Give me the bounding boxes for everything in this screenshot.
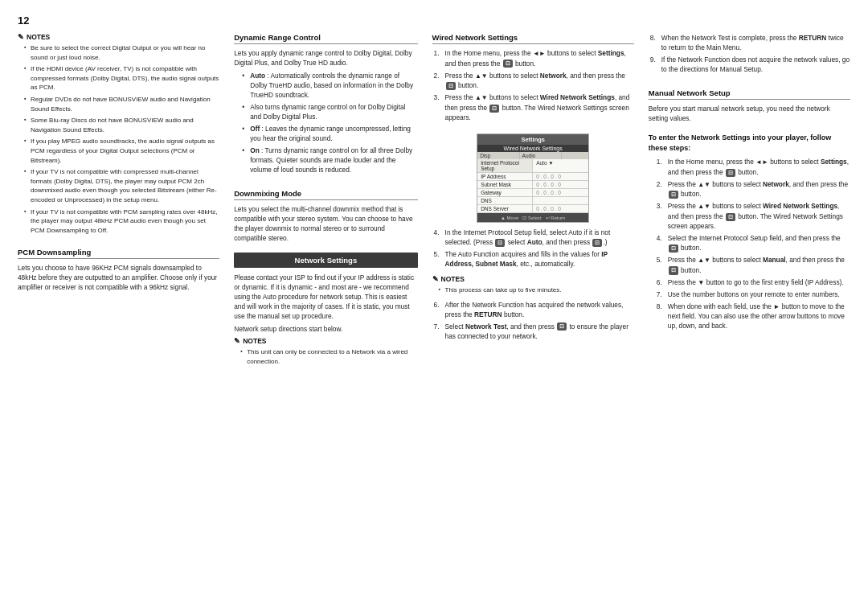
note-item: Be sure to select the correct Digital Ou…: [24, 43, 219, 62]
manual-step-6: Press the ▼ button to go to the first en…: [657, 277, 850, 287]
notes-heading-2: NOTES: [234, 337, 417, 345]
page-wrapper: 12 NOTES Be sure to select the correct D…: [18, 14, 850, 372]
note-item: If you play MPEG audio soundtracks, the …: [24, 137, 219, 165]
notes2-list: This unit can only be connected to a Net…: [234, 347, 417, 366]
note-item: Some Blu-ray Discs do not have BONUSVIEW…: [24, 116, 219, 134]
step-4: In the Internet Protocol Setup field, se…: [434, 228, 634, 247]
manual-step-3: Press the ▲▼ buttons to select Wired Net…: [657, 201, 850, 231]
step-3: Press the ▲▼ buttons to select Wired Net…: [434, 92, 634, 122]
step-7: Select Network Test, and then press ⊡ to…: [434, 322, 634, 341]
step-8: When the Network Test is complete, press…: [650, 33, 850, 52]
final-steps-top: When the Network Test is complete, press…: [649, 33, 850, 76]
step-5: The Auto Function acquires and fills in …: [434, 249, 634, 269]
network-text1: Please contact your ISP to find out if y…: [234, 273, 417, 321]
pcm-section-title: PCM Downsampling: [18, 248, 219, 259]
note-item: If your TV is not compatible with compre…: [24, 167, 219, 204]
step-1: In the Home menu, press the ◄► buttons t…: [434, 48, 634, 68]
pcm-text: Lets you choose to have 96KHz PCM signal…: [18, 263, 219, 292]
note-item: If your TV is not compatible with PCM sa…: [24, 207, 219, 236]
step-2: Press the ▲▼ buttons to select Network, …: [434, 71, 634, 91]
note3-item: This process can take up to five minutes…: [439, 285, 634, 295]
column-1: NOTES Be sure to select the correct Digi…: [18, 33, 219, 372]
note2-item: This unit can only be connected to a Net…: [240, 347, 417, 366]
manual-step-1: In the Home menu, press the ◄► buttons t…: [657, 157, 850, 177]
note-item: Regular DVDs do not have BONUSVIEW audio…: [24, 95, 219, 113]
dynamic-text: Lets you apply dynamic range control to …: [234, 48, 417, 68]
manual-step-8: When done with each field, use the ► but…: [657, 302, 850, 331]
notes-section: NOTES Be sure to select the correct Digi…: [18, 33, 219, 240]
wired-steps-after: In the Internet Protocol Setup field, se…: [432, 228, 634, 271]
manual-steps: In the Home menu, press the ◄► buttons t…: [649, 157, 850, 333]
bullet-on: On : Turns dynamic range control on for …: [242, 146, 417, 175]
manual-title: Manual Network Setup: [649, 88, 850, 100]
screen-mockup: Settings Wired Network Settings Disp Aud…: [477, 133, 589, 223]
notes-list-1: Be sure to select the correct Digital Ou…: [18, 43, 219, 235]
notes-heading-3: NOTES: [432, 275, 634, 283]
notes3-list: This process can take up to five minutes…: [432, 285, 634, 295]
note-item: If the HDMI device (AV receiver, TV) is …: [24, 64, 219, 92]
step-9: If the Network Function does not acquire…: [650, 55, 850, 74]
column-3: Wired Network Settings In the Home menu,…: [432, 33, 634, 372]
notes-heading-1: NOTES: [18, 33, 219, 41]
manual-bold: To enter the Network Settings into your …: [649, 133, 850, 154]
column-4: When the Network Test is complete, press…: [649, 33, 850, 372]
column-2: Dynamic Range Control Lets you apply dyn…: [234, 33, 417, 372]
dynamic-title: Dynamic Range Control: [234, 33, 417, 44]
manual-step-2: Press the ▲▼ buttons to select Network, …: [657, 179, 850, 199]
page-number: 12: [18, 14, 850, 27]
notes2-section: NOTES This unit can only be connected to…: [234, 337, 417, 371]
manual-step-4: Select the Internet Protocol Setup field…: [657, 233, 850, 253]
manual-step-7: Use the number buttons on your remote to…: [657, 290, 850, 299]
manual-step-5: Press the ▲▼ buttons to select Manual, a…: [657, 255, 850, 275]
network-banner: Network Settings: [234, 253, 417, 268]
notes3-section: NOTES This process can take up to five m…: [432, 275, 634, 300]
dynamic-bullets: Auto : Automatically controls the dynami…: [234, 71, 417, 177]
manual-intro: Before you start manual network setup, y…: [649, 104, 850, 123]
downmixing-text: Lets you select the multi-channel downmi…: [234, 204, 417, 243]
bullet-also: Also turns dynamic range control on for …: [242, 102, 417, 121]
wired-steps: In the Home menu, press the ◄► buttons t…: [432, 48, 634, 125]
step-6: After the Network Function has acquired …: [434, 300, 634, 319]
network-text2: Network setup directions start below.: [234, 324, 417, 334]
bullet-auto: Auto : Automatically controls the dynami…: [242, 71, 417, 100]
wired-steps-final: After the Network Function has acquired …: [432, 300, 634, 343]
columns: NOTES Be sure to select the correct Digi…: [18, 33, 850, 372]
downmixing-title: Downmixing Mode: [234, 189, 417, 200]
wired-title: Wired Network Settings: [432, 33, 634, 44]
bullet-off: Off : Leaves the dynamic range uncompres…: [242, 124, 417, 143]
